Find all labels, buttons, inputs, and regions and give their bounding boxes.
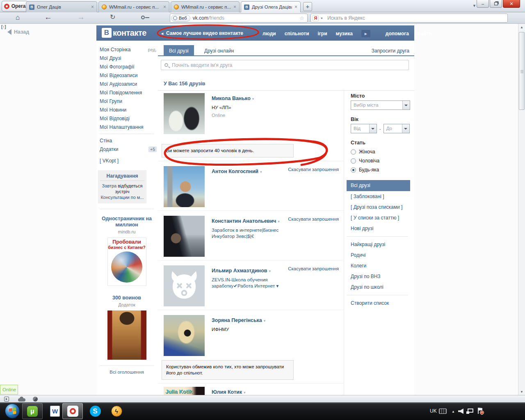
network-icon[interactable] [468,409,473,413]
vk-logo[interactable]: В контакте [102,28,146,38]
menu-my-friends[interactable]: Мої Друзі [100,54,157,62]
age-to-select[interactable]: До [383,124,410,133]
opera-turbo-icon[interactable] [33,397,38,402]
menu-my-photos[interactable]: Мої Фотографії [100,62,157,71]
menu-wall[interactable]: Стіна [100,136,157,145]
search-box[interactable]: Я ▼ [310,14,508,23]
friend-avatar[interactable] [164,216,205,257]
scrollbar-thumb[interactable] [519,32,525,110]
dropdown-icon[interactable]: ▾ [264,319,266,323]
reminder-date-link[interactable]: Завтра [102,183,117,188]
city-select[interactable]: Вибір міста [351,100,410,110]
panels-toggle-icon[interactable] [4,397,9,402]
close-tab-icon[interactable]: × [163,5,166,9]
promo-left-arrow-icon[interactable]: ◂ [161,31,163,36]
menu-my-news[interactable]: Мої Новини [100,105,157,114]
browser-tab-3[interactable]: WMmail.ru - сервис п... × [171,1,240,12]
opera-menu-button[interactable]: Opera [2,1,28,11]
gender-option-any[interactable]: Будь-яка [351,165,410,174]
password-key-icon[interactable] [141,16,145,19]
back-icon[interactable]: ← [44,13,52,22]
nav-logout[interactable]: вийти [418,31,432,37]
menu-my-videos[interactable]: Мої Відеозаписи [100,71,157,80]
friend-avatar[interactable] [164,93,205,134]
friend-avatar-placeholder[interactable] [164,265,205,306]
edit-link[interactable]: ред. [148,47,157,52]
action-center-flag-icon[interactable]: × [477,408,484,414]
close-tab-icon[interactable]: × [233,5,236,9]
list-school-friends[interactable]: Друзі по школі [347,282,410,292]
page-back-link[interactable]: Назад [7,29,29,35]
cancel-invite-link[interactable]: Скасувати запрошення [288,167,339,172]
tab-list-chevron-icon[interactable]: ▼ [472,4,476,8]
hidden-icons-arrow[interactable]: ▲ [452,410,455,413]
scroll-up-icon[interactable]: ▲ [518,24,525,30]
restore-button[interactable] [490,0,502,8]
close-tab-icon[interactable]: × [91,5,94,9]
volume-icon[interactable] [458,409,463,414]
menu-my-audio[interactable]: Мої Аудіозаписи [100,80,157,88]
browser-tab-2[interactable]: WMmail.ru - сервис п... × [98,1,169,12]
gender-option-male[interactable]: Чоловіча [351,156,410,165]
vertical-scrollbar[interactable]: ▲ ▼ [518,24,525,395]
search-engine-chevron-icon[interactable]: ▼ [320,17,323,20]
all-ads-link[interactable]: Всі оголошення [110,370,144,374]
friend-name-link[interactable]: Константин Анатольевич [212,218,276,224]
ad-block-1[interactable]: Одностраничник на миллион mindb.ru Пробо… [100,216,154,286]
list-blocked[interactable]: [ Заблоковані ] [347,191,410,202]
close-tab-icon[interactable]: × [294,5,297,9]
nav-help[interactable]: допомога [386,31,409,37]
menu-apps[interactable]: Додатки+5 [100,145,157,153]
friend-name-link[interactable]: Антон Колгоспний [212,169,258,174]
spartan-image[interactable] [107,310,146,360]
friend-name-link[interactable]: Юлия Котик [212,389,242,395]
taskbar-daemon-button[interactable]: ϟ [107,403,126,419]
opera-link-cloud-icon[interactable] [18,398,25,402]
url-text[interactable]: vk.com/friends [193,15,224,21]
web-badge[interactable]: Веб [171,15,190,22]
gender-radio-0[interactable] [351,149,356,155]
language-indicator[interactable]: UK [430,408,437,414]
list-colleagues[interactable]: Колеги [347,260,410,271]
create-list-link[interactable]: Створити список [347,298,410,308]
taskbar-opera-button[interactable] [62,403,83,419]
refresh-icon[interactable]: ↻ [110,13,115,21]
list-new-friends[interactable]: Нові друзі [347,223,410,234]
keyboard-layout-icon[interactable] [439,409,447,414]
invite-friend-link[interactable]: Запросити друга [372,48,409,54]
dropdown-icon[interactable]: ▾ [278,219,280,224]
reminder-link[interactable]: Консультации по м... [100,195,144,200]
tab-friends-online[interactable]: Друзі онлайн [204,48,234,54]
taskbar-utorrent-button[interactable]: µ [22,403,43,419]
friend-name-link[interactable]: Зоряна Перегінська [212,317,262,323]
ad-image[interactable]: Пробовали бизнес с Китаем? [107,237,146,286]
friend-name-link[interactable]: Ильмир Ахмазтдинов [212,268,267,274]
list-by-gender[interactable]: [ У списки за статтю ] [347,212,410,223]
list-best-friends[interactable]: Найкращі друзі [347,239,410,250]
ad-block-2[interactable]: 300 воинов Додаток [100,295,154,360]
menu-my-page[interactable]: Моя Сторінкаред. [100,45,157,54]
browser-tab-4-active[interactable]: В Друзі Олега Даціва | 1... × [241,1,301,12]
search-input[interactable] [326,15,507,21]
browser-tab-1[interactable]: В Олег Даців × [26,1,97,12]
dropdown-icon[interactable]: ▾ [269,269,271,273]
menu-my-messages[interactable]: Мої Повідомлення [100,88,157,97]
nav-more-button[interactable]: ▶ [361,30,370,37]
yandex-icon[interactable]: Я [313,15,319,21]
gender-option-female[interactable]: Жіноча [351,147,410,156]
dropdown-icon[interactable]: ▾ [244,390,246,395]
friend-avatar[interactable]: Julia Kotik [164,387,205,395]
cancel-invite-link[interactable]: Скасувати запрошення [288,217,339,221]
menu-vkopt[interactable]: [ VKopt ] [100,156,157,165]
list-university-friends[interactable]: Друзі по ВНЗ [347,271,410,282]
age-from-select[interactable]: Від [351,124,377,133]
dropdown-icon[interactable]: ▾ [252,97,254,101]
nav-people[interactable]: люди [262,31,276,37]
home-icon[interactable]: ⌂ [16,14,20,22]
friend-search-input[interactable] [171,62,409,68]
gender-radio-1[interactable] [351,158,356,164]
taskbar-skype-button[interactable]: S [86,403,104,419]
nav-communities[interactable]: спільноти [285,31,309,37]
friend-avatar[interactable] [164,315,205,356]
ad-title[interactable]: 300 воинов [100,295,154,301]
